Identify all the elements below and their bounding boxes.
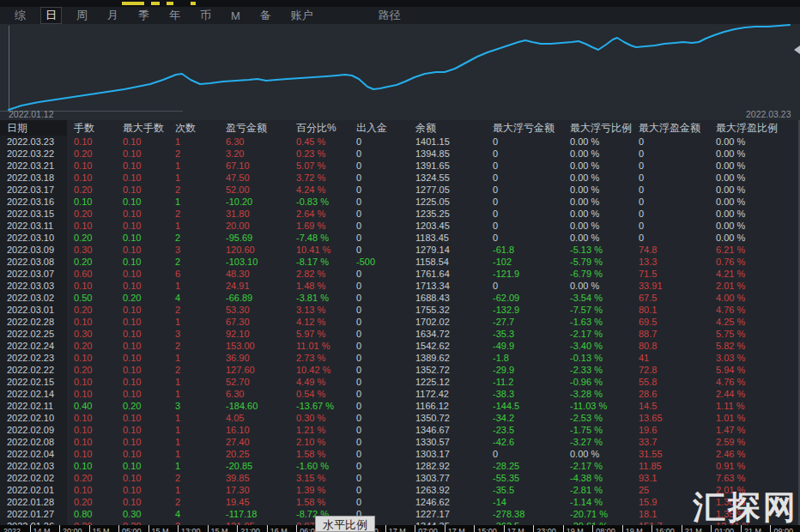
- table-row[interactable]: 2022.02.150.100.10152.704.49 %01225.12-1…: [0, 376, 798, 388]
- table-row[interactable]: 2022.03.020.500.204-66.89-3.81 %01688.43…: [0, 292, 798, 304]
- menu-item-5[interactable]: 季: [133, 7, 155, 24]
- cell-3: 0.10: [116, 412, 168, 424]
- table-row[interactable]: 2022.03.090.300.103120.6010.41 %01279.14…: [0, 244, 798, 256]
- cell-3: 0.10: [116, 256, 168, 268]
- table-row[interactable]: 2022.02.240.200.102153.0011.01 %01542.62…: [0, 340, 798, 352]
- table-row[interactable]: 2022.03.030.100.10124.911.48 %01713.3400…: [0, 280, 798, 292]
- table-row[interactable]: 2022.03.160.100.101-10.20-0.83 %01225.05…: [0, 196, 798, 208]
- menu-item-2[interactable]: 日: [40, 7, 62, 24]
- cell-6: 3.13 %: [289, 304, 349, 316]
- cell-10: -20.71 %: [563, 508, 632, 520]
- table-row[interactable]: 2022.02.010.100.10117.301.39 %01263.92-3…: [0, 484, 798, 496]
- column-header-1[interactable]: 日期: [0, 120, 67, 136]
- table-row[interactable]: 2022.03.180.100.10147.503.72 %01324.5500…: [0, 172, 798, 184]
- table-row[interactable]: 2022.03.210.100.10167.105.07 %01391.6500…: [0, 160, 798, 172]
- cell-7: 0: [349, 352, 409, 364]
- table-row[interactable]: 2022.03.010.200.10253.303.13 %01755.32-1…: [0, 304, 798, 316]
- cell-8: 1352.72: [409, 364, 486, 376]
- table-row[interactable]: 2022.02.080.100.10127.402.10 %01330.57-4…: [0, 436, 798, 448]
- column-header-4[interactable]: 次数: [168, 120, 219, 136]
- cell-10: -1.14 %: [563, 496, 632, 508]
- column-header-5[interactable]: 盈亏金额: [219, 120, 289, 136]
- table-row[interactable]: 2022.03.110.100.10120.001.69 %01203.4500…: [0, 220, 798, 232]
- table-row[interactable]: 2022.02.030.100.101-20.85-1.60 %01282.92…: [0, 460, 798, 472]
- table-row[interactable]: 2022.02.040.100.10120.251.58 %01303.1700…: [0, 448, 798, 460]
- table-row[interactable]: 2022.02.250.300.10392.105.97 %01634.72-3…: [0, 328, 798, 340]
- cell-8: 1755.32: [409, 304, 486, 316]
- column-header-7[interactable]: 出入金: [349, 120, 409, 136]
- cell-9: 0: [486, 280, 563, 292]
- menu-item-4[interactable]: 月: [102, 7, 124, 24]
- table-row[interactable]: 2022.02.110.400.203-184.60-13.67 %01166.…: [0, 400, 798, 412]
- cell-1: 2022.01.27: [0, 508, 67, 520]
- cell-2: 0.20: [67, 256, 116, 268]
- menu-item-9[interactable]: 备: [255, 7, 276, 24]
- column-header-3[interactable]: 最大手数: [116, 120, 168, 136]
- column-header-12[interactable]: 最大浮盈比例: [709, 120, 798, 136]
- cell-4: 4: [168, 508, 219, 520]
- cell-1: 2022.02.09: [0, 424, 67, 436]
- table-row[interactable]: 2022.03.070.600.10648.302.82 %01761.64-1…: [0, 268, 798, 280]
- table-row[interactable]: 2022.02.100.100.1014.050.30 %01350.72-34…: [0, 412, 798, 424]
- cell-1: 2022.01.28: [0, 496, 67, 508]
- column-header-10[interactable]: 最大浮亏比例: [563, 120, 632, 136]
- cell-4: 2: [168, 340, 219, 352]
- cell-1: 2022.03.09: [0, 244, 67, 256]
- table-row[interactable]: 2022.01.270.800.304-117.18-8.72 %01227.1…: [0, 508, 798, 520]
- cell-11: 0: [632, 172, 709, 184]
- menu-item-6[interactable]: 年: [164, 7, 185, 24]
- cell-3: 0.10: [116, 268, 168, 280]
- cell-3: 0.10: [116, 220, 168, 232]
- menu-item-7[interactable]: 币: [195, 7, 216, 24]
- cell-10: 0.00 %: [563, 448, 632, 460]
- table-row[interactable]: 2022.02.020.200.10239.853.15 %01303.77-5…: [0, 472, 798, 484]
- menu-item-10[interactable]: 账户: [286, 7, 318, 24]
- table-row[interactable]: 2022.02.220.200.102127.6010.42 %01352.72…: [0, 364, 798, 376]
- cell-9: -35.3: [486, 328, 563, 340]
- menu-item-8[interactable]: M: [226, 9, 245, 23]
- cell-9: -278.38: [486, 508, 563, 520]
- cell-6: 10.41 %: [289, 244, 349, 256]
- cell-12: 0.00 %: [709, 232, 798, 244]
- table-row[interactable]: 2022.03.230.100.1016.300.45 %01401.1500.…: [0, 136, 798, 148]
- cell-7: 0: [349, 472, 409, 484]
- cell-1: 2022.03.11: [0, 220, 67, 232]
- clipped-yellow-text-fragment: [122, 2, 144, 5]
- cell-2: 0.50: [67, 292, 116, 304]
- cell-1: 2022.03.01: [0, 304, 67, 316]
- column-header-9[interactable]: 最大浮亏金额: [486, 120, 563, 136]
- table-body[interactable]: 2022.03.230.100.1016.300.45 %01401.1500.…: [0, 136, 798, 525]
- time-axis-segment: 15 M: [148, 525, 179, 532]
- cell-11: 33.91: [632, 280, 709, 292]
- cell-1: 2022.03.21: [0, 160, 67, 172]
- menu-item-1[interactable]: 综: [9, 7, 31, 24]
- table-row[interactable]: 2022.03.150.200.10231.802.64 %01235.2500…: [0, 208, 798, 220]
- cell-12: 1.11 %: [709, 400, 798, 412]
- cell-8: 1303.77: [409, 472, 486, 484]
- table-row[interactable]: 2022.03.220.200.1023.200.23 %01394.8500.…: [0, 148, 798, 160]
- equity-curve-chart[interactable]: 2022.01.12 2022.03.23: [0, 24, 800, 120]
- column-header-6[interactable]: 百分比%: [289, 120, 349, 136]
- cell-4: 2: [168, 208, 219, 220]
- cell-5: -10.20: [219, 196, 289, 208]
- cell-9: -27.7: [486, 316, 563, 328]
- cell-10: -5.13 %: [563, 244, 632, 256]
- cell-1: 2022.03.15: [0, 208, 67, 220]
- table-row[interactable]: 2022.03.080.200.102-103.10-8.17 %-500115…: [0, 256, 798, 268]
- cell-2: 0.20: [67, 496, 116, 508]
- table-row[interactable]: 2022.02.230.100.10136.902.73 %01389.62-1…: [0, 352, 798, 364]
- table-row[interactable]: 2022.03.100.200.102-95.69-7.48 %01183.45…: [0, 232, 798, 244]
- menu-item-path[interactable]: 路径: [373, 7, 406, 24]
- menu-item-3[interactable]: 周: [71, 7, 93, 24]
- cell-9: 0: [486, 196, 563, 208]
- table-row[interactable]: 2022.02.090.100.10116.101.21 %01346.67-2…: [0, 424, 798, 436]
- table-row[interactable]: 2022.03.170.200.10252.004.24 %01277.0500…: [0, 184, 798, 196]
- cell-12: 5.94 %: [709, 364, 798, 376]
- column-header-8[interactable]: 余额: [409, 120, 486, 136]
- column-header-11[interactable]: 最大浮盈金额: [632, 120, 709, 136]
- table-row[interactable]: 2022.02.140.100.1016.300.54 %01172.42-38…: [0, 388, 798, 400]
- table-row[interactable]: 2022.02.280.100.10167.304.12 %01702.02-2…: [0, 316, 798, 328]
- table-header-row[interactable]: 日期手数最大手数次数盈亏金额百分比%出入金余额最大浮亏金额最大浮亏比例最大浮盈金…: [0, 120, 798, 136]
- table-row[interactable]: 2022.01.280.200.10219.451.58 %01246.62-1…: [0, 496, 798, 508]
- column-header-2[interactable]: 手数: [67, 120, 116, 136]
